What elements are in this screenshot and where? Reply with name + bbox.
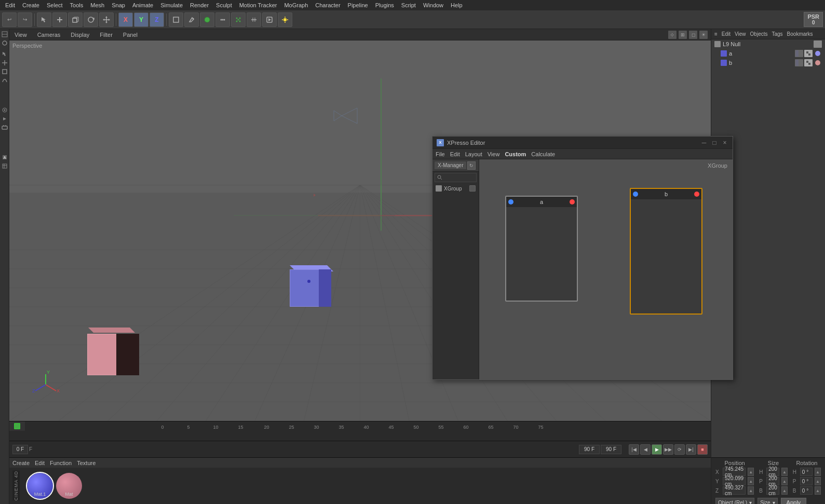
sidebar-tool-3[interactable] (1, 50, 9, 58)
mat-menu-edit[interactable]: Edit (35, 460, 45, 466)
next-frame-button[interactable]: ⟳ (674, 444, 685, 455)
size-x-value[interactable]: 200 cm (766, 468, 779, 476)
menu-snap[interactable]: Snap (109, 1, 128, 9)
node-b-port-in[interactable] (633, 192, 638, 197)
rotate-tool-button[interactable] (84, 12, 98, 27)
y-axis-button[interactable]: Y (134, 12, 148, 27)
viewport-menu-filter[interactable]: Filter (98, 32, 114, 38)
om-menu-bookmarks[interactable]: Bookmarks (787, 31, 813, 37)
sidebar-tool-2[interactable] (1, 39, 9, 47)
om-menu-tags[interactable]: Tags (772, 31, 782, 37)
sidebar-tool-1[interactable] (1, 30, 9, 38)
xpresso-menu-layout[interactable]: Layout (465, 151, 482, 157)
light-button[interactable] (278, 12, 292, 27)
line-button[interactable] (247, 12, 261, 27)
xpresso-canvas[interactable]: XGroup a b (479, 159, 733, 379)
node-a-port-in[interactable] (508, 199, 513, 205)
rotation-y-spinner[interactable]: ▲ (815, 477, 821, 485)
menu-help[interactable]: Help (448, 1, 466, 9)
position-z-spinner[interactable]: ▲ (748, 486, 754, 495)
size-x-spinner[interactable]: ▲ (781, 468, 788, 476)
xpresso-maximize-button[interactable]: □ (711, 139, 718, 146)
object-b-row[interactable]: b (711, 58, 825, 67)
xmanager-refresh-btn[interactable]: ↻ (467, 161, 476, 170)
null-object-row[interactable]: L9 Null (711, 39, 825, 49)
sidebar-tool-5[interactable] (1, 67, 9, 76)
x-axis-button[interactable]: X (118, 12, 133, 27)
timeline-ruler[interactable]: 0 5 10 15 20 25 30 35 40 45 50 55 60 65 (9, 421, 711, 431)
viewport-menu-display[interactable]: Display (69, 32, 91, 38)
render-button[interactable] (262, 12, 277, 27)
size-y-spinner[interactable]: ▲ (781, 477, 788, 485)
undo-button[interactable]: ↩ (2, 12, 17, 27)
xpresso-menu-view[interactable]: View (488, 151, 500, 157)
viewport-icon-window[interactable]: ◻ (689, 31, 697, 39)
front-view-button[interactable] (169, 12, 183, 27)
xpresso-menu-edit[interactable]: Edit (450, 151, 460, 157)
apply-button[interactable]: Apply (781, 498, 807, 504)
goto-end-button[interactable]: ▶| (686, 444, 696, 455)
viewport-icon-light[interactable]: ☀ (699, 31, 708, 39)
om-menu-edit[interactable]: Edit (722, 31, 731, 37)
menu-window[interactable]: Window (420, 1, 447, 9)
rotation-y-value[interactable]: 0 ° (800, 477, 813, 485)
paint-button[interactable] (184, 12, 199, 27)
menu-animate[interactable]: Animate (129, 1, 156, 9)
sidebar-tool-6[interactable] (1, 76, 9, 85)
stop-button[interactable]: ■ (697, 444, 708, 455)
menu-tools[interactable]: Tools (67, 1, 87, 9)
sidebar-tool-8[interactable] (1, 115, 9, 123)
menu-sculpt[interactable]: Sculpt (213, 1, 235, 9)
viewport-menu-cameras[interactable]: Cameras (35, 32, 63, 38)
viewport-menu-panel[interactable]: Panel (121, 32, 140, 38)
rotation-z-value[interactable]: 0 ° (800, 486, 813, 495)
add-button[interactable] (52, 12, 67, 27)
menu-create[interactable]: Create (19, 1, 43, 9)
xmanager-tab[interactable]: X-Manager (435, 161, 466, 169)
size-dropdown[interactable]: Size ▾ (758, 498, 777, 504)
xpresso-menu-calculate[interactable]: Calculate (531, 151, 555, 157)
scale-tool-button[interactable] (99, 12, 114, 27)
menu-mograph[interactable]: MoGraph (281, 1, 311, 9)
node-b-port-out[interactable] (694, 192, 699, 197)
size-y-value[interactable]: 200 cm (766, 477, 779, 485)
goto-start-button[interactable]: |◀ (629, 444, 639, 455)
position-y-spinner[interactable]: ▲ (748, 477, 754, 485)
xpresso-node-b[interactable]: b (630, 188, 702, 315)
menu-select[interactable]: Select (44, 1, 66, 9)
object-rel-dropdown[interactable]: Object (Rel.) ▾ (715, 498, 754, 504)
viewport-menu-view[interactable]: View (12, 32, 29, 38)
node-a-port-out[interactable] (570, 199, 575, 205)
green-sphere-button[interactable] (200, 12, 214, 27)
mat-menu-function[interactable]: Function (50, 460, 72, 466)
redo-button[interactable]: ↪ (18, 12, 32, 27)
xpresso-node-a[interactable]: a (505, 196, 578, 302)
menu-edit[interactable]: Edit (2, 1, 18, 9)
mat-menu-texture[interactable]: Texture (77, 460, 96, 466)
position-z-value[interactable]: 490.327 cm (723, 486, 746, 495)
sidebar-tool-4[interactable] (1, 59, 9, 67)
menu-character[interactable]: Character (312, 1, 343, 9)
om-menu-view[interactable]: View (735, 31, 746, 37)
sidebar-tool-9[interactable] (1, 124, 9, 132)
menu-mesh[interactable]: Mesh (87, 1, 107, 9)
viewport-icon-grid[interactable]: ⊞ (679, 31, 687, 39)
select-tool-button[interactable] (37, 12, 51, 27)
sidebar-tool-10[interactable]: A (1, 153, 9, 161)
prev-frame-button[interactable]: ◀ (640, 444, 651, 455)
object-a-row[interactable]: a (711, 49, 825, 58)
menu-motion-tracker[interactable]: Motion Tracker (236, 1, 280, 9)
rotation-z-spinner[interactable]: ▲ (815, 486, 821, 495)
menu-pipeline[interactable]: Pipeline (345, 1, 371, 9)
material-item-2[interactable]: Mat (56, 473, 82, 499)
menu-script[interactable]: Script (398, 1, 419, 9)
z-axis-button[interactable]: Z (150, 12, 164, 27)
fps-display[interactable] (579, 445, 600, 454)
size-z-spinner[interactable]: ▲ (781, 486, 788, 495)
position-x-spinner[interactable]: ▲ (748, 468, 754, 476)
viewport-icon-nav[interactable]: ⊹ (668, 31, 677, 39)
om-menu-file[interactable]: ≡ (714, 31, 718, 37)
sidebar-tool-11[interactable] (1, 162, 9, 170)
xpresso-menu-file[interactable]: File (436, 151, 445, 157)
xpresso-close-button[interactable]: × (721, 139, 728, 146)
